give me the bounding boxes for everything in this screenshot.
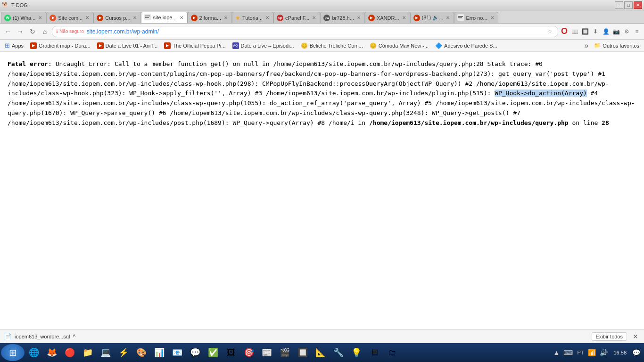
title-bar-controls: − □ ✕	[615, 1, 642, 9]
bookmark-favicon-bm2: ▶	[30, 42, 37, 49]
bookmark-bm5[interactable]: AQDate a Live – Episódi...	[230, 41, 297, 51]
tab-favicon-tab5: ▶	[191, 14, 198, 21]
tab-favicon-tab11	[457, 14, 464, 22]
bookmark-favicon-bm5: AQ	[232, 42, 239, 49]
tab-favicon-tab4	[144, 14, 151, 21]
download-bar: 📄 iopem613_wordpre...sql ^ Exibir todos …	[0, 329, 644, 335]
tab-close-tab5[interactable]: ✕	[223, 15, 229, 20]
bookmark-label-bm3: Date a Live 01 - AniT...	[106, 43, 158, 49]
bookmark-bm6[interactable]: 😊Beliche Treliche Com...	[298, 41, 366, 51]
tab-tab11[interactable]: Erro no...✕	[454, 12, 498, 23]
bookmark-favicon-bm6: 😊	[301, 42, 308, 49]
error-label: Fatal error	[8, 60, 48, 67]
tab-close-tab10[interactable]: ✕	[445, 15, 451, 20]
bookmark-others[interactable]: 📁Outros favoritos	[591, 41, 642, 51]
tab-bar: W(1) Wha...✕▶Site com...✕▶Cursos p...✕si…	[0, 10, 644, 24]
svg-rect-5	[458, 17, 462, 18]
close-button[interactable]: ✕	[634, 1, 642, 9]
tab-favicon-tab2: ▶	[50, 14, 56, 21]
tab-tab10[interactable]: ▶(81) 🔊...✕	[410, 12, 454, 23]
address-input-container[interactable]: ℹ Não seguro site.iopem.com.br/wp-admin/…	[52, 26, 558, 37]
profile-icon[interactable]: 👤	[602, 27, 610, 36]
tab-tab4[interactable]: site.iope...✕	[141, 12, 187, 23]
tab-favicon-tab10: ▶	[413, 14, 420, 21]
bookmark-bm1[interactable]: ⊞Apps	[2, 41, 26, 51]
error-line-number: 28	[602, 119, 609, 126]
read-icon[interactable]: 📖	[570, 27, 579, 36]
address-bar: ← → ↻ ⌂ ℹ Não seguro site.iopem.com.br/w…	[0, 24, 644, 40]
page-content: Fatal error: Uncaught Error: Call to a m…	[0, 52, 644, 335]
bookmarks-more-button[interactable]: »	[582, 41, 590, 50]
bookmark-favicon-bm4: ▶	[164, 42, 171, 49]
refresh-button[interactable]: ↻	[27, 26, 38, 37]
tab-tab3[interactable]: ▶Cursos p...✕	[93, 12, 141, 23]
downloads-icon[interactable]: ⬇	[591, 27, 600, 36]
extensions-icon[interactable]: 🔲	[581, 27, 589, 36]
bookmark-bm3[interactable]: ▶Date a Live 01 - AniT...	[94, 41, 161, 51]
tab-tab5[interactable]: ▶2 forma...✕	[188, 12, 232, 23]
bookmark-label-bm1: Apps	[12, 43, 24, 49]
bookmark-folder-icon: 📁	[594, 42, 601, 49]
svg-rect-1	[145, 16, 150, 16]
tab-close-tab6[interactable]: ✕	[264, 15, 270, 20]
bookmark-bm8[interactable]: 🔷Adesivo de Parede S...	[432, 41, 500, 51]
minimize-button[interactable]: −	[615, 1, 623, 9]
tab-close-tab1[interactable]: ✕	[37, 15, 43, 20]
secure-text: Não seguro	[59, 29, 84, 34]
error-colon: :	[48, 60, 52, 67]
tab-tab8[interactable]: pwbr728.h...✕	[320, 12, 364, 23]
address-url[interactable]: site.iopem.com.br/wp-admin/	[87, 28, 543, 35]
download-arrow-icon[interactable]: ^	[73, 333, 75, 335]
maximize-button[interactable]: □	[624, 1, 633, 9]
tab-close-tab9[interactable]: ✕	[401, 15, 407, 20]
info-icon: ℹ	[56, 29, 58, 34]
tab-label-tab7: cPanel F...	[285, 15, 309, 21]
tab-close-tab3[interactable]: ✕	[132, 15, 138, 20]
forward-button[interactable]: →	[15, 26, 25, 37]
tab-close-tab7[interactable]: ✕	[311, 15, 317, 20]
settings-icon[interactable]: ⚙	[622, 27, 631, 36]
bookmark-bm2[interactable]: ▶Gradient map - Dura...	[27, 41, 93, 51]
download-file-icon: 📄	[4, 333, 12, 335]
bookmark-others-label: Outros favoritos	[603, 43, 639, 49]
download-close-button[interactable]: ✕	[631, 333, 640, 335]
secure-badge: ℹ Não seguro	[56, 29, 84, 34]
tab-favicon-tab8: pw	[323, 14, 330, 21]
tab-favicon-tab6: ★	[235, 15, 240, 21]
bookmark-label-bm7: Cómoda Max New -...	[379, 43, 429, 49]
tab-label-tab3: Cursos p...	[105, 15, 130, 21]
camera-icon[interactable]: 📷	[612, 27, 620, 36]
show-all-button[interactable]: Exibir todos	[592, 332, 627, 335]
title-bar-left: 🐕 T-DOG	[2, 2, 28, 8]
tab-label-tab9: XANDR...	[377, 15, 399, 21]
error-on-line: on line	[569, 119, 602, 126]
error-highlight: WP_Hook->do_action(Array)	[495, 90, 587, 97]
tab-label-tab1: (1) Wha...	[13, 15, 35, 21]
tab-close-tab2[interactable]: ✕	[84, 15, 90, 20]
tab-tab1[interactable]: W(1) Wha...✕	[1, 12, 46, 23]
tab-label-tab11: Erro no...	[466, 15, 487, 21]
tab-label-tab4: site.iope...	[153, 15, 176, 20]
bookmark-bm4[interactable]: ▶The Official Peppa Pi...	[161, 41, 228, 51]
tab-favicon-tab7: cp	[277, 14, 283, 21]
tab-close-tab11[interactable]: ✕	[489, 15, 495, 20]
tab-close-tab4[interactable]: ✕	[179, 15, 184, 20]
bookmark-favicon-bm3: ▶	[97, 42, 104, 49]
bookmark-label-bm4: The Official Peppa Pi...	[173, 43, 225, 49]
tab-favicon-tab9: ▶	[368, 14, 375, 21]
tab-tab9[interactable]: ▶XANDR...✕	[365, 12, 410, 23]
download-item[interactable]: 📄 iopem613_wordpre...sql ^	[4, 333, 75, 335]
bookmark-star-icon[interactable]: ☆	[545, 27, 554, 36]
bookmark-bm7[interactable]: 😊Cómoda Max New -...	[367, 41, 431, 51]
tab-close-tab8[interactable]: ✕	[356, 15, 362, 20]
menu-icon[interactable]: ≡	[633, 27, 641, 36]
home-button[interactable]: ⌂	[40, 26, 50, 37]
bookmark-label-bm5: Date a Live – Episódi...	[241, 43, 294, 49]
address-icons: ☆	[545, 27, 554, 36]
tab-tab2[interactable]: ▶Site com...✕	[46, 12, 93, 23]
tab-tab7[interactable]: cpcPanel F...✕	[273, 12, 320, 23]
back-button[interactable]: ←	[3, 26, 13, 37]
tab-tab6[interactable]: ★Tutoria...✕	[232, 12, 273, 23]
title-bar: 🐕 T-DOG − □ ✕	[0, 0, 644, 10]
opera-icon[interactable]: O	[560, 27, 569, 36]
